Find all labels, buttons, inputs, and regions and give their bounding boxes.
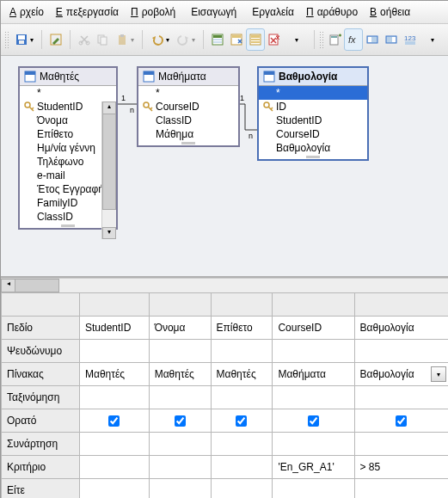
grid-cell[interactable] (273, 386, 353, 409)
toolbar-dropdown[interactable]: ▾ (284, 28, 310, 51)
menu-file[interactable]: Αρχείο (6, 4, 51, 20)
clear-query-button[interactable] (227, 28, 246, 51)
tablename-button[interactable] (382, 28, 401, 51)
grid-cell[interactable] (355, 340, 448, 362)
alias-button[interactable] (363, 28, 382, 51)
copy-button[interactable] (93, 28, 112, 51)
field-onoma[interactable]: Όνομα (20, 114, 101, 127)
grid-cell[interactable] (212, 433, 273, 455)
grid-cell[interactable] (150, 340, 211, 362)
alias-row[interactable]: Ψευδώνυμο (2, 340, 449, 363)
grid-cell[interactable] (212, 456, 273, 478)
functions-button[interactable]: fx (344, 28, 363, 51)
grid-cell[interactable] (355, 433, 448, 455)
or-row[interactable]: Είτε (2, 479, 449, 499)
field-row[interactable]: Πεδίο StudentID Όνομα Επίθετο CourseID Β… (2, 317, 449, 340)
field-familyid[interactable]: FamilyID (20, 196, 101, 210)
visible-row[interactable]: Ορατό (2, 409, 449, 433)
table-title[interactable]: Μαθήματα (138, 68, 238, 86)
criteria-row[interactable]: Κριτήριο 'En_GR_A1' > 85 (2, 456, 449, 479)
field-list[interactable]: * ID StudentID CourseID Βαθμολογία (259, 86, 367, 155)
grid-cell[interactable]: > 85 (355, 456, 448, 478)
toolbar-dropdown-2[interactable]: ▾ (420, 28, 445, 51)
undo-button[interactable]: ▾ (147, 28, 173, 51)
grid-cell[interactable]: Μαθητές (212, 363, 273, 385)
menu-help[interactable]: Βοήθεια (366, 4, 417, 20)
field-studentid[interactable]: StudentID (259, 114, 367, 127)
field-star[interactable]: * (138, 86, 238, 100)
save-button[interactable]: ▾ (11, 28, 37, 51)
grid-cell[interactable] (273, 433, 353, 455)
field-courseid[interactable]: CourseID (138, 100, 238, 114)
grid-cell[interactable] (150, 386, 211, 409)
grid-cell[interactable] (150, 433, 211, 455)
query-grid-pane[interactable]: Πεδίο StudentID Όνομα Επίθετο CourseID Β… (1, 292, 448, 498)
sort-row[interactable]: Ταξινόμηση (2, 386, 449, 409)
menu-tools[interactable]: Εργαλεία (245, 4, 301, 20)
grid-cell[interactable] (212, 479, 273, 498)
table-row[interactable]: Πίνακας Μαθητές Μαθητές Μαθητές Μαθήματα… (2, 363, 449, 386)
grid-cell[interactable] (80, 433, 149, 455)
grid-cell[interactable]: StudentID (80, 317, 149, 339)
grid-cell[interactable] (80, 479, 149, 498)
resize-handle[interactable] (61, 224, 75, 227)
menu-window[interactable]: Παράθυρο (303, 4, 365, 20)
field-star[interactable]: * (259, 86, 367, 100)
field-vathmologia[interactable]: Βαθμολογία (259, 141, 367, 155)
field-enrollyear[interactable]: Έτος Εγγραφή (20, 182, 101, 196)
field-list[interactable]: * CourseID ClassID Μάθημα (138, 86, 238, 141)
add-tables-dialog-button[interactable] (326, 28, 345, 51)
menu-edit[interactable]: Επεξεργασία (52, 4, 126, 20)
dropdown-button[interactable]: ▾ (431, 366, 446, 382)
grid-cell[interactable]: Μαθητές (150, 363, 211, 385)
menu-view[interactable]: Προβολή (127, 4, 182, 20)
menu-insert[interactable]: Εισαγωγή (184, 4, 243, 20)
field-star[interactable]: * (20, 86, 101, 100)
grid-cell[interactable] (355, 479, 448, 498)
grid-cell[interactable]: Μαθητές (80, 363, 149, 385)
field-courseid[interactable]: CourseID (259, 127, 367, 141)
function-row[interactable]: Συνάρτηση (2, 433, 449, 456)
grid-cell[interactable] (273, 340, 353, 362)
grid-cell[interactable] (80, 456, 149, 478)
grid-cell[interactable] (355, 386, 448, 409)
field-classid[interactable]: ClassID (138, 114, 238, 127)
resize-handle[interactable] (306, 156, 320, 158)
visible-checkbox[interactable] (236, 415, 247, 427)
distinct-button[interactable]: 123 (401, 28, 420, 51)
table-mathimata[interactable]: Μαθήματα * CourseID ClassID Μάθημα (137, 66, 240, 147)
designer-hscroll[interactable]: ◂ (1, 278, 448, 292)
run-query-button[interactable] (208, 28, 227, 51)
field-mathima[interactable]: Μάθημα (138, 127, 238, 141)
paste-button[interactable]: ▾ (112, 28, 138, 51)
field-phone[interactable]: Τηλέφωνο (20, 155, 101, 169)
cut-button[interactable] (75, 28, 94, 51)
grid-cell[interactable]: Όνομα (150, 317, 211, 339)
grid-cell[interactable] (212, 340, 273, 362)
grid-cell[interactable] (80, 340, 149, 362)
visible-checkbox[interactable] (108, 415, 120, 427)
field-epitheto[interactable]: Επίθετο (20, 127, 101, 141)
table-scrollbar[interactable]: ▴ ▾ (101, 101, 116, 239)
grid-cell[interactable]: CourseID (273, 317, 353, 339)
visible-checkbox[interactable] (396, 415, 407, 427)
table-vathmologia[interactable]: Βαθμολογία * ID StudentID CourseID Βαθμο… (257, 66, 369, 161)
visible-checkbox[interactable] (175, 415, 186, 427)
grid-cell[interactable] (273, 479, 353, 498)
grid-cell-dropdown[interactable]: Βαθμολογία▾ (355, 363, 448, 385)
query-grid[interactable]: Πεδίο StudentID Όνομα Επίθετο CourseID Β… (1, 292, 448, 498)
grid-cell[interactable] (80, 386, 149, 409)
grid-cell[interactable]: Μαθήματα (273, 363, 353, 385)
visible-checkbox[interactable] (308, 415, 319, 427)
field-email[interactable]: e-mail (20, 169, 101, 182)
grid-cell[interactable] (150, 479, 211, 498)
field-classid[interactable]: ClassID (20, 210, 101, 224)
field-id[interactable]: ID (259, 100, 367, 114)
grid-cell[interactable] (150, 456, 211, 478)
grid-cell[interactable]: Βαθμολογία (355, 317, 448, 339)
resize-handle[interactable] (181, 142, 195, 144)
design-view-button[interactable] (246, 28, 265, 51)
table-title[interactable]: Βαθμολογία (259, 68, 367, 86)
table-title[interactable]: Μαθητές (20, 68, 116, 86)
grid-cell[interactable]: 'En_GR_A1' (273, 456, 353, 478)
